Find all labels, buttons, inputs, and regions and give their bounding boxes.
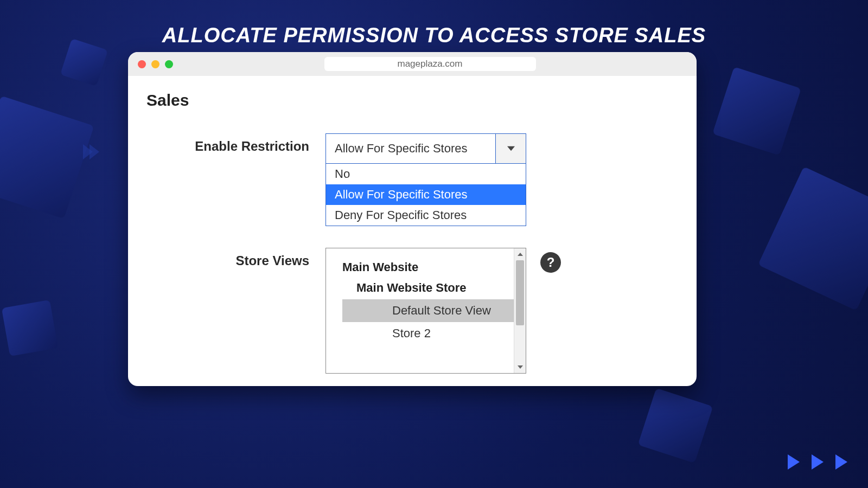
scrollbar[interactable] [514, 248, 526, 373]
ms-item-default-store-view[interactable]: Default Store View [342, 299, 514, 322]
settings-panel: Sales Enable Restriction Allow For Speci… [128, 76, 697, 386]
option-allow-specific[interactable]: Allow For Specific Stores [326, 184, 526, 205]
option-no[interactable]: No [326, 164, 526, 184]
chevron-down-icon[interactable] [495, 134, 526, 163]
decor-chevrons [86, 144, 99, 159]
ms-item-store-2[interactable]: Store 2 [342, 322, 514, 345]
scroll-thumb[interactable] [516, 260, 524, 325]
ms-group-main-website[interactable]: Main Website [326, 258, 514, 279]
browser-window: mageplaza.com Sales Enable Restriction A… [128, 52, 697, 386]
help-icon[interactable]: ? [540, 252, 561, 273]
decor-triangles [788, 454, 847, 470]
enable-restriction-dropdown: No Allow For Specific Stores Deny For Sp… [326, 164, 526, 226]
promo-background: ALLOCATE PERMISSION TO ACCESS STORE SALE… [0, 0, 868, 488]
section-title-sales: Sales [146, 91, 678, 110]
url-text: mageplaza.com [397, 59, 462, 69]
row-enable-restriction: Enable Restriction Allow For Specific St… [146, 133, 678, 226]
banner-title: ALLOCATE PERMISSION TO ACCESS STORE SALE… [0, 24, 868, 47]
close-window-icon[interactable] [138, 60, 146, 68]
decor-cube [0, 96, 94, 219]
enable-restriction-select[interactable]: Allow For Specific Stores [326, 133, 526, 164]
label-enable-restriction: Enable Restriction [146, 133, 326, 154]
store-views-multiselect[interactable]: Main Website Main Website Store Default … [326, 248, 526, 374]
scroll-up-icon[interactable] [514, 248, 526, 260]
decor-cube [712, 67, 801, 156]
decor-cube [758, 166, 868, 311]
label-store-views: Store Views [146, 248, 326, 268]
option-deny-specific[interactable]: Deny For Specific Stores [326, 205, 526, 226]
traffic-lights [138, 60, 173, 68]
decor-cube [2, 300, 58, 356]
scroll-down-icon[interactable] [514, 361, 526, 373]
browser-chrome: mageplaza.com [128, 52, 697, 76]
minimize-window-icon[interactable] [151, 60, 159, 68]
ms-subgroup-main-website-store[interactable]: Main Website Store [326, 279, 514, 299]
url-bar[interactable]: mageplaza.com [324, 57, 536, 71]
decor-cube [638, 388, 713, 464]
maximize-window-icon[interactable] [165, 60, 173, 68]
row-store-views: Store Views Main Website Main Website St… [146, 248, 678, 374]
select-value: Allow For Specific Stores [326, 134, 495, 163]
